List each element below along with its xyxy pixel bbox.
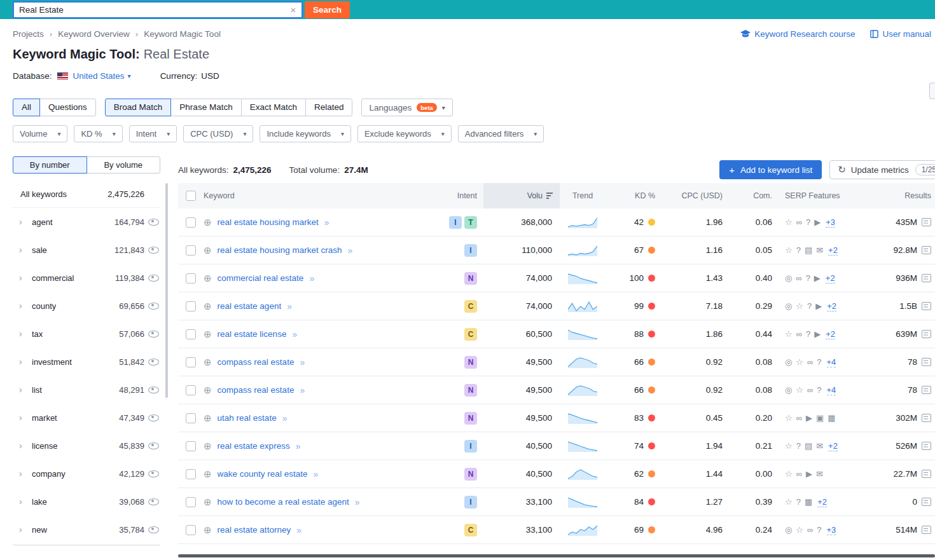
serp-preview-icon[interactable]: [922, 386, 931, 394]
filter-kd[interactable]: KD %▾: [74, 125, 122, 142]
tab-broad-match[interactable]: Broad Match: [105, 99, 172, 116]
clear-search-icon[interactable]: ×: [285, 4, 301, 15]
search-button[interactable]: Search: [305, 1, 350, 18]
tab-phrase-match[interactable]: Phrase Match: [170, 99, 241, 116]
keyword-research-course-link[interactable]: Keyword Research course: [740, 29, 855, 39]
add-keyword-icon[interactable]: ⊕: [204, 273, 212, 284]
update-metrics-button[interactable]: ↻ Update metrics 1/25: [829, 160, 935, 179]
row-checkbox[interactable]: [186, 245, 196, 256]
open-keyword-icon[interactable]: »: [324, 217, 329, 228]
serp-preview-icon[interactable]: [922, 218, 931, 226]
open-keyword-icon[interactable]: »: [292, 329, 297, 339]
collapsed-panel-button[interactable]: [929, 83, 935, 99]
open-keyword-icon[interactable]: »: [296, 441, 301, 451]
add-keyword-icon[interactable]: ⊕: [204, 301, 212, 312]
serp-preview-icon[interactable]: [922, 274, 931, 282]
sidebar-group-tax[interactable]: ›tax57,066: [13, 320, 160, 348]
add-keyword-icon[interactable]: ⊕: [204, 385, 212, 396]
add-keyword-icon[interactable]: ⊕: [204, 468, 212, 480]
row-checkbox[interactable]: [186, 273, 196, 283]
database-selector[interactable]: United States ▾: [73, 71, 131, 81]
serp-preview-icon[interactable]: [922, 302, 931, 310]
add-keyword-icon[interactable]: ⊕: [204, 524, 212, 536]
serp-preview-icon[interactable]: [922, 498, 931, 506]
sidebar-group-commercial[interactable]: ›commercial119,384: [13, 264, 160, 292]
open-keyword-icon[interactable]: »: [296, 525, 301, 535]
sidebar-all-keywords[interactable]: All keywords 2,475,226: [13, 181, 160, 208]
keyword-link[interactable]: utah real estate: [218, 413, 277, 423]
filter-advanced-filters[interactable]: Advanced filters▾: [458, 125, 544, 142]
row-checkbox[interactable]: [186, 329, 196, 339]
serp-preview-icon[interactable]: [922, 358, 931, 366]
serp-preview-icon[interactable]: [922, 414, 931, 422]
serp-more-link[interactable]: +4: [827, 357, 836, 367]
eye-icon[interactable]: [148, 219, 159, 226]
open-keyword-icon[interactable]: »: [287, 301, 292, 311]
keyword-link[interactable]: wake county real estate: [218, 469, 308, 479]
open-keyword-icon[interactable]: »: [300, 385, 305, 395]
row-checkbox[interactable]: [186, 413, 196, 423]
breadcrumb-keyword-overview[interactable]: Keyword Overview: [58, 29, 130, 39]
filter-exclude-keywords[interactable]: Exclude keywords▾: [357, 125, 452, 142]
row-checkbox[interactable]: [186, 525, 196, 535]
filter-include-keywords[interactable]: Include keywords▾: [260, 125, 350, 142]
filter-volume[interactable]: Volume▾: [13, 125, 67, 142]
sidebar-group-county[interactable]: ›county69,656: [13, 292, 160, 320]
keyword-link[interactable]: real estate express: [218, 441, 290, 451]
user-manual-link[interactable]: User manual: [870, 29, 931, 39]
sidebar-group-investment[interactable]: ›investment51,842: [13, 348, 160, 376]
sidebar-group-list[interactable]: ›list48,291: [13, 376, 160, 404]
column-header-com[interactable]: Com.: [733, 183, 779, 208]
open-keyword-icon[interactable]: »: [300, 357, 305, 367]
serp-more-link[interactable]: +2: [817, 497, 827, 507]
open-keyword-icon[interactable]: »: [309, 273, 314, 283]
column-header-keyword[interactable]: Keyword: [204, 183, 448, 208]
by-volume-button[interactable]: By volume: [87, 156, 161, 174]
serp-preview-icon[interactable]: [922, 330, 931, 338]
keyword-link[interactable]: real estate license: [218, 329, 287, 339]
add-keyword-icon[interactable]: ⊕: [204, 245, 212, 256]
eye-icon[interactable]: [148, 303, 159, 310]
serp-preview-icon[interactable]: [922, 526, 931, 534]
keyword-link[interactable]: real estate agent: [218, 301, 282, 311]
sidebar-group-agent[interactable]: ›agent164,794: [13, 208, 160, 236]
add-keyword-icon[interactable]: ⊕: [204, 413, 212, 424]
tab-exact-match[interactable]: Exact Match: [241, 99, 306, 116]
serp-more-link[interactable]: +2: [827, 301, 836, 311]
keyword-link[interactable]: compass real estate: [218, 357, 294, 367]
eye-icon[interactable]: [148, 526, 159, 533]
keyword-link[interactable]: how to become a real estate agent: [218, 497, 349, 507]
sidebar-group-sale[interactable]: ›sale121,843: [13, 236, 160, 264]
serp-more-link[interactable]: +2: [828, 245, 838, 256]
serp-preview-icon[interactable]: [922, 246, 931, 254]
eye-icon[interactable]: [148, 498, 159, 505]
open-keyword-icon[interactable]: »: [282, 413, 287, 423]
filter-cpc-usd[interactable]: CPC (USD)▾: [183, 125, 253, 142]
column-header-kd[interactable]: KD %: [606, 183, 661, 208]
eye-icon[interactable]: [148, 442, 159, 449]
serp-more-link[interactable]: +3: [826, 217, 835, 228]
eye-icon[interactable]: [148, 275, 159, 282]
sidebar-scrollbar[interactable]: [165, 183, 168, 398]
tab-all[interactable]: All: [13, 99, 40, 116]
add-keyword-icon[interactable]: ⊕: [204, 496, 212, 508]
by-number-button[interactable]: By number: [13, 156, 87, 174]
serp-more-link[interactable]: +3: [827, 525, 836, 535]
row-checkbox[interactable]: [186, 469, 196, 479]
sidebar-group-market[interactable]: ›market47,349: [13, 404, 160, 432]
eye-icon[interactable]: [148, 414, 159, 421]
keyword-link[interactable]: commercial real estate: [218, 273, 304, 283]
column-header-intent[interactable]: Intent: [448, 183, 483, 208]
open-keyword-icon[interactable]: »: [347, 245, 352, 256]
open-keyword-icon[interactable]: »: [355, 497, 360, 507]
serp-preview-icon[interactable]: [922, 470, 931, 478]
add-keyword-icon[interactable]: ⊕: [204, 329, 212, 340]
sidebar-group-lake[interactable]: ›lake39,068: [13, 488, 160, 516]
column-header-cpc[interactable]: CPC (USD): [661, 183, 733, 208]
sidebar-group-company[interactable]: ›company42,129: [13, 460, 160, 488]
languages-dropdown[interactable]: Languages beta ▾: [361, 99, 452, 116]
row-checkbox[interactable]: [186, 497, 196, 507]
add-keyword-icon[interactable]: ⊕: [204, 440, 212, 452]
row-checkbox[interactable]: [186, 217, 196, 228]
open-keyword-icon[interactable]: »: [313, 469, 318, 479]
